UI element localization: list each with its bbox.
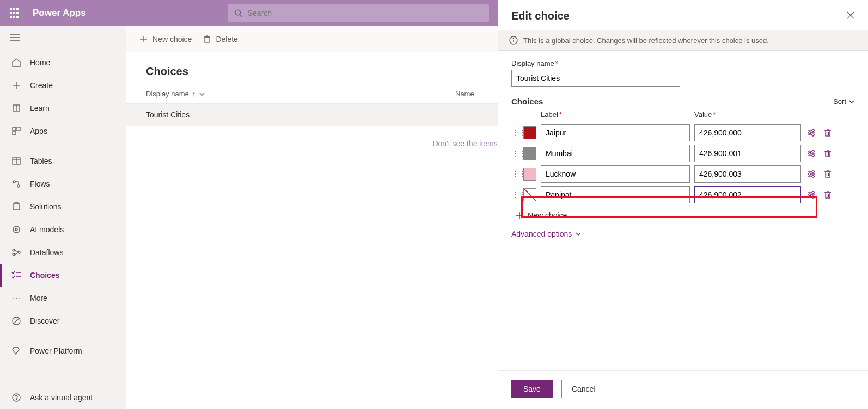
- delete-row-icon[interactable]: [822, 189, 834, 201]
- info-icon: [509, 36, 518, 45]
- drag-handle-icon[interactable]: ⋮⋮: [511, 172, 519, 176]
- svg-point-19: [15, 228, 17, 231]
- chevron-down-icon: [575, 231, 582, 237]
- sidebar-item-solutions[interactable]: Solutions: [0, 195, 126, 218]
- svg-point-55: [809, 152, 811, 154]
- sidebar-item-learn[interactable]: Learn: [0, 97, 126, 120]
- choice-label-input[interactable]: [541, 186, 690, 203]
- settings-icon[interactable]: [805, 168, 817, 180]
- sidebar-item-discover[interactable]: Discover: [0, 309, 126, 332]
- flow-icon: [11, 179, 21, 189]
- hamburger-icon[interactable]: [0, 26, 126, 51]
- sidebar-label: Apps: [30, 127, 47, 135]
- svg-point-15: [13, 181, 15, 183]
- sidebar-item-apps[interactable]: Apps: [0, 120, 126, 142]
- settings-icon[interactable]: [805, 147, 817, 159]
- sidebar-label: More: [30, 294, 47, 302]
- row-display-name: Tourist Cities: [146, 110, 435, 119]
- sidebar-item-ask-agent[interactable]: Ask a virtual agent: [0, 386, 126, 409]
- search-icon: [234, 9, 242, 17]
- new-choice-button[interactable]: New choice: [139, 35, 192, 44]
- edit-choice-panel: Edit choice This is a global choice. Cha…: [498, 0, 868, 409]
- svg-rect-58: [826, 151, 830, 157]
- delete-row-icon[interactable]: [822, 127, 834, 139]
- settings-icon[interactable]: [805, 127, 817, 139]
- svg-point-18: [13, 226, 20, 233]
- svg-rect-9: [13, 127, 16, 131]
- sidebar-item-choices[interactable]: Choices: [0, 264, 126, 287]
- apps-icon: [11, 126, 21, 136]
- svg-rect-11: [13, 132, 16, 135]
- settings-icon[interactable]: [805, 189, 817, 201]
- svg-point-64: [812, 171, 814, 173]
- sidebar-item-more[interactable]: ⋯More: [0, 287, 126, 309]
- choice-value-input[interactable]: [694, 165, 801, 183]
- more-icon: ⋯: [11, 293, 21, 303]
- sidebar: Home Create Learn Apps Tables Flows Solu…: [0, 26, 126, 409]
- help-icon: [11, 393, 21, 402]
- search-box[interactable]: [228, 4, 489, 22]
- color-swatch[interactable]: [523, 147, 536, 160]
- sidebar-label: Power Platform: [30, 346, 82, 355]
- color-swatch[interactable]: [523, 168, 536, 181]
- search-input[interactable]: [248, 9, 482, 17]
- drag-handle-icon[interactable]: ⋮⋮: [511, 151, 519, 156]
- sidebar-label: Learn: [30, 104, 50, 113]
- sidebar-item-tables[interactable]: Tables: [0, 150, 126, 172]
- cancel-button[interactable]: Cancel: [561, 380, 606, 398]
- info-text: This is a global choice. Changes will be…: [523, 36, 769, 45]
- choice-value-input[interactable]: [694, 124, 801, 141]
- panel-title: Edit choice: [511, 10, 570, 22]
- brand-title: Power Apps: [33, 8, 86, 18]
- svg-line-28: [14, 318, 19, 324]
- table-icon: [11, 156, 21, 166]
- sidebar-item-dataflows[interactable]: Dataflows: [0, 241, 126, 264]
- sidebar-label: Choices: [30, 271, 59, 280]
- sidebar-item-create[interactable]: Create: [0, 74, 126, 97]
- sidebar-label: Solutions: [30, 202, 62, 211]
- drag-handle-icon[interactable]: ⋮⋮: [511, 131, 519, 135]
- choice-label-input[interactable]: [541, 145, 690, 162]
- choice-row: ⋮⋮: [511, 186, 855, 203]
- svg-rect-10: [17, 127, 20, 131]
- svg-line-23: [15, 250, 18, 252]
- save-button[interactable]: Save: [511, 380, 553, 398]
- delete-row-icon[interactable]: [822, 147, 834, 159]
- advanced-options-toggle[interactable]: Advanced options: [511, 230, 855, 238]
- svg-line-24: [15, 253, 18, 255]
- svg-point-30: [16, 400, 17, 400]
- sidebar-item-flows[interactable]: Flows: [0, 172, 126, 195]
- book-icon: [11, 103, 21, 113]
- svg-rect-80: [826, 193, 830, 198]
- choice-value-input[interactable]: [694, 145, 801, 162]
- col-display-name[interactable]: Display name↑: [146, 90, 451, 98]
- svg-point-66: [809, 173, 811, 175]
- color-swatch[interactable]: [523, 126, 536, 139]
- sort-button[interactable]: Sort: [833, 97, 855, 106]
- display-name-input[interactable]: [511, 70, 680, 87]
- compass-icon: [11, 316, 21, 326]
- app-launcher-icon[interactable]: [7, 5, 22, 21]
- svg-point-16: [17, 185, 20, 187]
- choice-label-input[interactable]: [541, 165, 690, 183]
- sidebar-label: Dataflows: [30, 248, 63, 257]
- sidebar-item-home[interactable]: Home: [0, 51, 126, 74]
- color-swatch[interactable]: [523, 188, 536, 201]
- delete-button[interactable]: Delete: [203, 35, 237, 44]
- choice-value-input[interactable]: [694, 186, 801, 203]
- close-button[interactable]: [846, 11, 855, 22]
- delete-row-icon[interactable]: [822, 168, 834, 180]
- ai-icon: [11, 225, 21, 234]
- col-name[interactable]: Name: [455, 90, 474, 98]
- choice-row: ⋮⋮: [511, 165, 855, 183]
- add-choice-button[interactable]: New choice: [516, 211, 855, 220]
- choice-label-input[interactable]: [541, 124, 690, 141]
- sidebar-label: Flows: [30, 179, 50, 188]
- chevron-down-icon: [848, 98, 855, 105]
- sidebar-item-power-platform[interactable]: Power Platform: [0, 339, 126, 362]
- svg-point-77: [809, 194, 811, 196]
- drag-handle-icon[interactable]: ⋮⋮: [511, 193, 519, 197]
- svg-rect-69: [826, 172, 830, 177]
- svg-point-44: [809, 132, 811, 134]
- sidebar-item-ai-models[interactable]: AI models: [0, 218, 126, 241]
